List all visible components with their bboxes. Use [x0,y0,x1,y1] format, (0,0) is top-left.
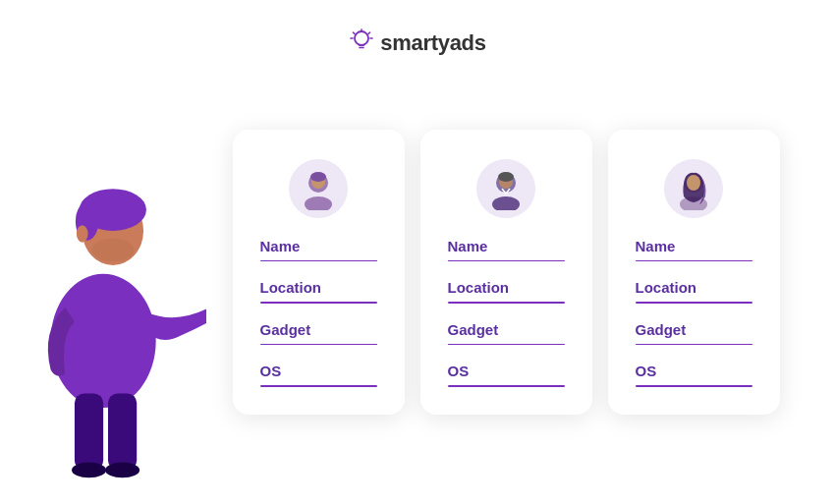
logo-icon [349,28,374,59]
card-2-location-label: Location [448,279,565,296]
card-2-name-field: Name [448,238,565,262]
card-2-gadget-label: Gadget [448,321,565,338]
card-2: Name Location Gadget OS [420,130,592,415]
card-3-gadget-line [636,344,752,346]
svg-rect-7 [108,394,137,471]
card-2-os-label: OS [448,363,565,379]
card-3-os-field: OS [636,363,752,387]
card-1-location-field: Location [260,279,377,304]
card-1-name-field: Name [260,238,377,262]
card-3-location-label: Location [636,279,752,296]
card-1-os-line [260,385,377,387]
card-3-name-line [636,260,752,262]
card-3-gadget-label: Gadget [636,321,752,338]
card-3-location-line [636,302,752,304]
svg-point-0 [355,31,368,45]
logo-text: smartyads [380,30,485,56]
card-3-name-label: Name [636,238,752,254]
card-1-location-label: Location [260,279,377,296]
card-1: Name Location Gadget OS [233,130,405,415]
card-3: Name Location Gadget OS [608,130,780,415]
header: smartyads [0,0,835,69]
card-3-os-label: OS [636,363,752,379]
svg-point-22 [687,175,700,191]
main-content: Name Location Gadget OS [0,69,835,484]
cards-container: Name Location Gadget OS [233,130,780,415]
card-2-name-line [448,260,565,262]
avatar-2 [476,159,535,218]
card-1-name-line [260,260,377,262]
card-1-os-field: OS [260,363,377,387]
svg-point-9 [105,463,139,478]
person-illustration [10,121,206,484]
card-1-gadget-line [260,344,377,346]
svg-point-12 [305,196,332,210]
card-1-gadget-label: Gadget [260,321,377,338]
card-1-name-label: Name [260,238,377,254]
svg-point-8 [72,463,106,478]
card-2-location-line [448,302,565,304]
svg-point-10 [77,225,88,243]
svg-point-5 [91,239,134,261]
card-2-os-field: OS [448,363,565,387]
svg-point-1 [51,274,156,408]
svg-point-18 [498,172,514,182]
avatar-1 [289,159,348,218]
card-2-location-field: Location [448,279,565,304]
card-2-os-line [448,385,565,387]
card-1-gadget-field: Gadget [260,321,377,346]
svg-rect-6 [75,394,103,471]
svg-point-16 [492,196,520,210]
card-1-location-line [260,302,377,304]
card-2-name-label: Name [448,238,565,254]
card-2-gadget-line [448,344,565,346]
card-3-location-field: Location [636,279,752,304]
card-1-os-label: OS [260,363,377,379]
card-2-gadget-field: Gadget [448,321,565,346]
card-3-gadget-field: Gadget [636,321,752,346]
avatar-3 [664,159,723,218]
card-3-name-field: Name [636,238,752,262]
card-3-os-line [636,385,752,387]
svg-point-14 [310,172,326,182]
